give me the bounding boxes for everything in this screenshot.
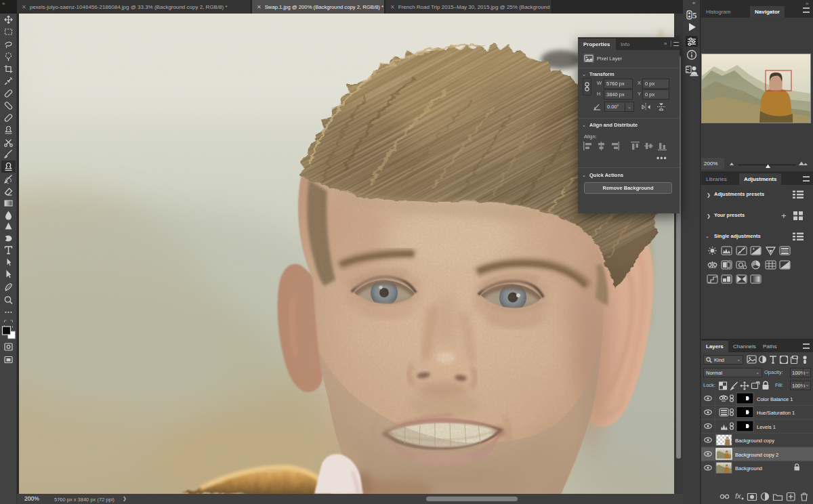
svg-text:Background copy: Background copy — [735, 438, 774, 444]
svg-text:Background copy 2: Background copy 2 — [735, 452, 778, 458]
svg-text:Color Balance 1: Color Balance 1 — [757, 396, 793, 402]
svg-text:5: 5 — [692, 10, 697, 20]
svg-text:Levels 1: Levels 1 — [757, 424, 776, 430]
svg-text:Background: Background — [735, 465, 762, 471]
svg-text:fx: fx — [735, 492, 741, 500]
svg-text:Hue/Saturation 1: Hue/Saturation 1 — [757, 410, 795, 416]
